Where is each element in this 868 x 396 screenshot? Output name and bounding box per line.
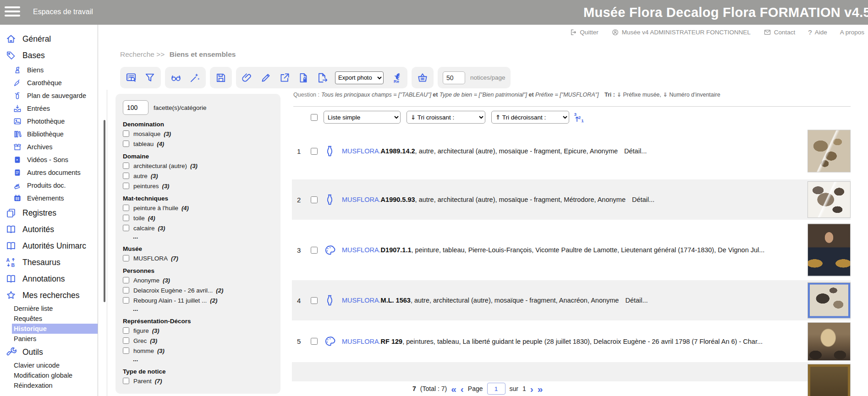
facet-item-label[interactable]: Grec bbox=[133, 337, 147, 344]
result-thumbnail[interactable] bbox=[808, 283, 850, 318]
external-link-icon[interactable] bbox=[279, 72, 291, 84]
sidebar-item-annotations[interactable]: Annotations bbox=[0, 271, 98, 287]
sidebar-item-phototh-que[interactable]: Photothèque bbox=[0, 115, 98, 128]
save-icon[interactable] bbox=[215, 72, 227, 84]
detail-link[interactable]: Détail... bbox=[632, 196, 654, 203]
facet-item-label[interactable]: tableau bbox=[133, 141, 154, 147]
sort-asc-select[interactable]: ⇓ Tri croissant : bbox=[407, 111, 485, 124]
sidebar-item-requ-tes[interactable]: Requêtes bbox=[12, 314, 98, 324]
facet-checkbox[interactable] bbox=[123, 173, 129, 179]
facet-item-label[interactable]: peintures bbox=[133, 183, 159, 190]
view-mode-select[interactable]: Liste simple bbox=[324, 111, 401, 124]
facet-item-label[interactable]: toile bbox=[133, 215, 145, 222]
facet-item-label[interactable]: MUSFLORA bbox=[133, 255, 168, 262]
result-thumbnail[interactable] bbox=[808, 182, 850, 217]
facet-checkbox[interactable] bbox=[123, 215, 129, 221]
result-row-checkbox[interactable] bbox=[311, 247, 318, 254]
record-link[interactable]: MUSFLORA. bbox=[342, 147, 381, 155]
sidebar-item-autorit-s-unimarc[interactable]: Autorités Unimarc bbox=[0, 238, 98, 254]
result-row-checkbox[interactable] bbox=[311, 148, 318, 155]
sidebar-item-bases[interactable]: Bases bbox=[0, 47, 98, 64]
page-input[interactable] bbox=[487, 383, 505, 395]
sidebar-item-autres-documents[interactable]: Autres documents bbox=[0, 166, 98, 179]
sort-numeric-icon[interactable] bbox=[574, 111, 586, 123]
sidebar-item-vid-os-sons[interactable]: Vidéos - Sons bbox=[0, 153, 98, 166]
sidebar-item-biblioth-que[interactable]: Bibliothèque bbox=[0, 128, 98, 141]
contact-link[interactable]: Contact bbox=[764, 28, 796, 36]
result-thumbnail-6[interactable] bbox=[808, 364, 850, 396]
facet-item-label[interactable]: autre bbox=[133, 173, 148, 179]
sidebar-item-biens[interactable]: Biens bbox=[0, 64, 98, 76]
sidebar-item-thesaurus[interactable]: Thesaurus bbox=[0, 254, 98, 271]
record-link[interactable]: MUSFLORA. bbox=[342, 338, 381, 345]
facet-item-label[interactable]: figure bbox=[133, 327, 149, 334]
result-row-checkbox[interactable] bbox=[311, 338, 318, 345]
facet-checkbox[interactable] bbox=[123, 205, 129, 211]
display-list-icon[interactable] bbox=[125, 72, 137, 84]
recollection-bird-icon[interactable] bbox=[390, 72, 402, 84]
attachment-icon[interactable] bbox=[241, 72, 253, 84]
page-export-icon[interactable] bbox=[316, 72, 328, 84]
result-thumbnail[interactable] bbox=[808, 323, 850, 360]
sidebar-item-g-n-ral[interactable]: Général bbox=[0, 31, 98, 47]
facet-item-label[interactable]: Rebourg Alain - 11 juillet ... bbox=[133, 297, 207, 304]
help-link[interactable]: ? Aide bbox=[808, 28, 827, 36]
page-size-input[interactable] bbox=[443, 71, 465, 84]
edit-icon[interactable] bbox=[260, 72, 272, 84]
facet-checkbox[interactable] bbox=[123, 287, 129, 293]
sidebar-item-plan-de-sauvegarde[interactable]: Plan de sauvegarde bbox=[0, 89, 98, 102]
sidebar-item-produits-doc[interactable]: Produits doc. bbox=[0, 179, 98, 192]
select-all-checkbox[interactable] bbox=[311, 114, 318, 121]
sidebar-item-outils[interactable]: Outils bbox=[0, 344, 98, 360]
facet-checkbox[interactable] bbox=[123, 141, 129, 147]
facet-checkbox[interactable] bbox=[123, 163, 129, 169]
quit-link[interactable]: Quitter bbox=[569, 28, 599, 36]
result-thumbnail[interactable] bbox=[808, 224, 850, 276]
sidebar-item-clavier-unicode[interactable]: Clavier unicode bbox=[12, 360, 98, 370]
sidebar-scrollbar[interactable] bbox=[104, 120, 105, 302]
facet-item-label[interactable]: Anonyme bbox=[133, 277, 159, 284]
sidebar-item-autorit-s[interactable]: Autorités bbox=[0, 221, 98, 238]
last-page-icon[interactable]: » bbox=[538, 384, 543, 394]
facet-checkbox[interactable] bbox=[123, 347, 129, 354]
facet-item-label[interactable]: peinture à l'huile bbox=[133, 205, 178, 212]
facet-item-label[interactable]: mosaïque bbox=[133, 130, 160, 137]
facet-checkbox[interactable] bbox=[123, 130, 129, 137]
previous-page-icon[interactable]: ‹ bbox=[461, 384, 464, 394]
detail-link[interactable]: Détail... bbox=[624, 147, 647, 155]
record-link[interactable]: MUSFLORA. bbox=[342, 246, 381, 254]
facet-checkbox[interactable] bbox=[123, 337, 129, 344]
sidebar-item-registres[interactable]: Registres bbox=[0, 205, 98, 221]
sidebar-item-caroth-que[interactable]: Carothèque bbox=[0, 76, 98, 89]
record-link[interactable]: MUSFLORA. bbox=[342, 297, 381, 304]
sidebar-item-derni-re-liste[interactable]: Dernière liste bbox=[12, 304, 98, 314]
about-link[interactable]: A propos bbox=[840, 29, 864, 36]
first-page-icon[interactable]: « bbox=[451, 384, 456, 394]
detail-link[interactable]: Détail... bbox=[625, 297, 648, 304]
sidebar-item-mes-recherches[interactable]: Mes recherches bbox=[0, 287, 98, 304]
filter-icon[interactable] bbox=[144, 72, 156, 84]
page-lock-icon[interactable] bbox=[297, 72, 309, 84]
sidebar-item-paniers[interactable]: Paniers bbox=[12, 334, 98, 344]
facet-more-link[interactable]: ... bbox=[133, 356, 273, 364]
sidebar-item-ev-nements[interactable]: Evènements bbox=[0, 192, 98, 205]
facet-checkbox[interactable] bbox=[123, 297, 129, 304]
breadcrumb-path[interactable]: Recherche >> bbox=[120, 50, 165, 58]
facet-checkbox[interactable] bbox=[123, 378, 129, 384]
result-row-checkbox[interactable] bbox=[311, 196, 318, 203]
hamburger-menu-icon[interactable] bbox=[5, 6, 20, 18]
sidebar-item-modification-globale[interactable]: Modification globale bbox=[12, 370, 98, 380]
result-row-checkbox[interactable] bbox=[311, 297, 318, 304]
facet-item-label[interactable]: homme bbox=[133, 347, 154, 354]
facet-item-label[interactable]: architectural (autre) bbox=[133, 163, 187, 169]
facet-checkbox[interactable] bbox=[123, 255, 129, 261]
sidebar-item-archives[interactable]: Archives bbox=[0, 141, 98, 153]
user-account[interactable]: Musée v4 ADMINISTRATEUR FONCTIONNEL bbox=[611, 28, 751, 36]
sidebar-item-entr-es[interactable]: Entrées bbox=[0, 102, 98, 115]
binoculars-icon[interactable] bbox=[170, 72, 182, 84]
next-page-icon[interactable]: › bbox=[530, 384, 533, 394]
sort-desc-select[interactable]: ⇑ Tri décroissant : bbox=[491, 111, 569, 124]
record-link[interactable]: MUSFLORA. bbox=[342, 196, 381, 203]
facet-checkbox[interactable] bbox=[123, 225, 129, 231]
sidebar-item-historique[interactable]: Historique bbox=[12, 324, 98, 334]
